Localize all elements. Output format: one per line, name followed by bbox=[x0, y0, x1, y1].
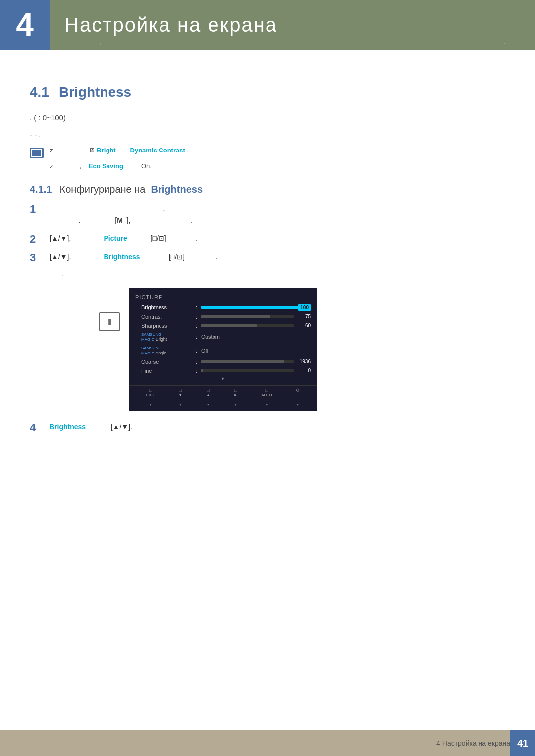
osd-btn-up: □▲▼ bbox=[206, 388, 210, 407]
osd-row-fine: Fine : 0 bbox=[129, 366, 317, 375]
section-number: 4.1 bbox=[30, 84, 49, 100]
osd-label-sharpness: Sharpness bbox=[141, 323, 196, 329]
osd-value-magic-bright: Custom bbox=[201, 334, 220, 340]
step-1-text: , . [M ], . bbox=[50, 203, 192, 227]
osd-scroll-indicator: ▼ bbox=[129, 375, 317, 382]
osd-value-magic-angle: Off bbox=[201, 348, 208, 353]
step-number-1: 1 bbox=[30, 203, 50, 216]
eco-saving-label: Eco Saving bbox=[89, 162, 123, 170]
step-4-text: Brightness [▲/▼]. bbox=[50, 421, 132, 433]
step-1: 1 , . [M ], . bbox=[30, 203, 505, 227]
osd-row-sharpness: Sharpness : 60 bbox=[129, 321, 317, 330]
osd-bar-fill-fine bbox=[201, 369, 203, 372]
osd-bar-fill-coarse bbox=[201, 360, 284, 363]
osd-title: PICTURE bbox=[129, 293, 317, 303]
osd-row-brightness: Brightness : 100 bbox=[129, 303, 317, 312]
section-desc1: . ( : 0~100) bbox=[30, 112, 505, 124]
page-footer: 4 Настройка на екрана 41 bbox=[0, 730, 535, 756]
osd-label-contrast: Contrast bbox=[141, 314, 196, 320]
osd-btn-auto: □AUTO▼ bbox=[261, 388, 272, 407]
osd-bar-fine bbox=[201, 369, 294, 372]
step-3-text: [▲/▼], Brightness [□/⊡] . bbox=[50, 252, 217, 263]
osd-label-coarse: Coarse bbox=[141, 359, 196, 365]
main-content: 4.1 Brightness . ( : 0~100) - - . z bbox=[0, 50, 535, 490]
step-3: 3 [▲/▼], Brightness [□/⊡] . bbox=[30, 252, 505, 264]
chapter-number: 4 bbox=[0, 0, 50, 50]
footer-page-number: 41 bbox=[510, 730, 535, 756]
section-desc2: - - . bbox=[30, 129, 505, 141]
osd-value-brightness: 100 bbox=[298, 304, 311, 311]
osd-value-fine: 0 bbox=[297, 368, 311, 373]
note-row-2: z , Eco Saving On. bbox=[30, 162, 505, 170]
note-icon-1 bbox=[30, 148, 44, 158]
osd-bar-contrast bbox=[201, 315, 294, 318]
page-header: 4 Настройка на екрана , . bbox=[0, 0, 535, 50]
osd-row-magic-bright: SAMSUNGMAGIC Bright : Custom bbox=[129, 330, 317, 344]
osd-row-contrast: Contrast : 75 bbox=[129, 312, 317, 321]
subsection-label: Конфигуриране на Brightness bbox=[59, 184, 203, 195]
osd-bar-coarse bbox=[201, 360, 294, 363]
step-number-3: 3 bbox=[30, 252, 50, 264]
step-number-2: 2 bbox=[30, 233, 50, 246]
footer-text: 4 Настройка на екрана bbox=[436, 739, 510, 747]
note-row-1: z 🖥 Bright Dynamic Contrast . bbox=[30, 147, 505, 158]
section-heading: 4.1 Brightness bbox=[30, 84, 505, 100]
step-4-brightness: Brightness bbox=[50, 423, 86, 431]
osd-bar-fill-brightness bbox=[201, 306, 298, 309]
dynamic-contrast-label: Dynamic Contrast bbox=[130, 147, 185, 154]
section-label: Brightness bbox=[59, 84, 131, 100]
osd-btn-menu: ⚙ ▼ bbox=[296, 388, 300, 407]
osd-row-coarse: Coarse : 1936 bbox=[129, 357, 317, 366]
step-2: 2 [▲/▼], Picture [□/⊡] . bbox=[30, 233, 505, 246]
header-subtitle-left: , bbox=[99, 38, 101, 46]
step-number-4: 4 bbox=[30, 421, 50, 434]
osd-container: PICTURE Brightness : 100 Contrast : 75 bbox=[129, 288, 337, 411]
step-2-text: [▲/▼], Picture [□/⊡] . bbox=[50, 233, 197, 245]
osd-bar-fill-sharpness bbox=[201, 324, 257, 327]
chapter-title: Настройка на екрана bbox=[64, 14, 277, 36]
step-3-note: . bbox=[50, 270, 505, 278]
subsection-number: 4.1.1 bbox=[30, 184, 52, 195]
osd-row-magic-angle: SAMSUNGMAGIC Angle : Off bbox=[129, 344, 317, 357]
osd-btn-exit: □EXIT▼ bbox=[146, 388, 155, 407]
osd-label-magic-angle: SAMSUNGMAGIC Angle bbox=[141, 345, 196, 356]
osd-bar-sharpness bbox=[201, 324, 294, 327]
osd-label-brightness: Brightness bbox=[141, 304, 196, 310]
osd-label-magic-bright: SAMSUNGMAGIC Bright bbox=[141, 332, 196, 343]
osd-footer: □EXIT▼ □▼▼ □▲▼ □►▼ □AUTO▼ ⚙ ▼ bbox=[129, 385, 317, 408]
osd-value-sharpness: 60 bbox=[297, 323, 311, 328]
subsection-heading: 4.1.1 Конфигуриране на Brightness bbox=[30, 184, 505, 195]
osd-bar-brightness bbox=[201, 306, 298, 309]
header-subtitle-right: . bbox=[503, 38, 505, 46]
osd-value-coarse: 1936 bbox=[297, 359, 311, 364]
osd-menu: PICTURE Brightness : 100 Contrast : 75 bbox=[129, 288, 317, 411]
osd-btn-enter: □►▼ bbox=[234, 388, 238, 407]
bright-label: Bright bbox=[97, 147, 115, 154]
subsection-label-blue: Brightness bbox=[151, 184, 203, 195]
osd-btn-down: □▼▼ bbox=[178, 388, 182, 407]
osd-label-fine: Fine bbox=[141, 368, 196, 374]
step-4: 4 Brightness [▲/▼]. bbox=[30, 421, 505, 434]
osd-value-contrast: 75 bbox=[297, 314, 311, 319]
monitor-icon bbox=[99, 312, 120, 331]
osd-bar-fill-contrast bbox=[201, 315, 270, 318]
